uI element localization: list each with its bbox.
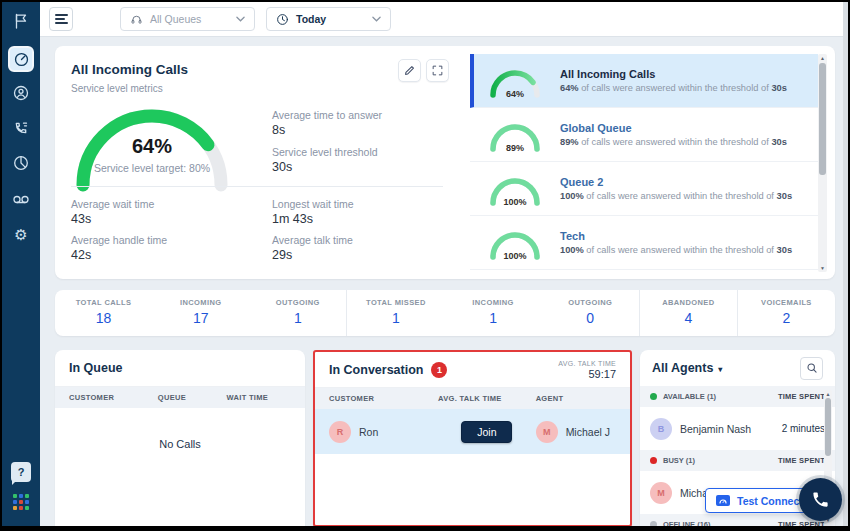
time-spent-label: TIME SPENT <box>778 392 825 401</box>
empty-state-text: No Calls <box>55 408 305 450</box>
metrics-grid: Average wait time 43s Longest wait time … <box>71 198 473 262</box>
metric-label: Longest wait time <box>272 198 473 210</box>
metric-label: Average time to answer <box>272 109 382 121</box>
queue-desc: 100% of calls were answered within the t… <box>560 191 792 201</box>
group-status: OFFLINE (16) <box>663 520 711 526</box>
sidebar-item-call-logs[interactable] <box>2 115 40 141</box>
service-level-card: All Incoming Calls Service level metrics… <box>55 46 835 279</box>
queue-gauge: 89% <box>486 117 544 153</box>
scroll-up-icon[interactable]: ▲ <box>818 55 827 61</box>
time-spent-label: TIME SPENT <box>778 456 825 465</box>
metric-value: 42s <box>71 248 272 262</box>
sidebar-item-dashboard[interactable] <box>8 46 34 72</box>
stat-cell: VOICEMAILS2 <box>737 290 835 336</box>
dashboard-icon <box>13 51 30 68</box>
card-title: All Incoming Calls <box>71 62 188 77</box>
customer-cell: R Ron <box>329 421 438 443</box>
metric-label: Service level threshold <box>272 146 382 158</box>
sidebar-item-agents[interactable] <box>2 80 40 106</box>
queue-gauge: 100% <box>486 171 544 207</box>
queue-gauge: 100% <box>486 225 544 261</box>
join-button[interactable]: Join <box>461 421 512 443</box>
stat-cell: OUTGOING1 <box>249 290 346 336</box>
stat-cell: ABANDONED4 <box>639 290 737 336</box>
agent-group-header: AVAILABLE (1) TIME SPENT <box>640 386 835 407</box>
queue-name: Queue 2 <box>560 176 792 188</box>
queue-list-item[interactable]: 100% Tech 100% of calls were answered wi… <box>470 216 818 270</box>
avg-talk-time: AVG. TALK TIME 59:17 <box>558 360 616 380</box>
agent-icon <box>12 84 30 102</box>
stat-cell: TOTAL MISSED1 <box>346 290 444 336</box>
gauge-target-label: Service level target: 80% <box>67 162 237 174</box>
window-scrollbar[interactable] <box>843 2 848 526</box>
pie-chart-icon <box>12 154 30 172</box>
action-cell: Join <box>438 421 536 443</box>
topbar: All Queues Today <box>40 2 843 37</box>
agents-filter-dropdown[interactable]: All Agents▾ <box>652 361 722 375</box>
stat-cell: INCOMING1 <box>445 290 542 336</box>
queue-gauge-pct: 89% <box>486 143 544 153</box>
stat-cell: INCOMING17 <box>152 290 249 336</box>
scroll-up-icon[interactable]: ▲ <box>824 391 832 397</box>
window: ⚙ ? All Queues Today All Incoming Calls … <box>0 0 850 531</box>
metrics-column: Average time to answer 8s Service level … <box>272 109 382 174</box>
sidebar-item-voicemail[interactable] <box>2 186 40 212</box>
conversation-count-badge: 1 <box>431 362 447 378</box>
chevron-down-icon: ▾ <box>718 365 722 374</box>
connection-test-icon <box>716 495 730 507</box>
metric-value: 43s <box>71 212 272 226</box>
agent-cell: M Michael J <box>536 421 616 443</box>
queue-gauge-pct: 100% <box>486 251 544 261</box>
scrollbar-thumb[interactable] <box>819 63 826 175</box>
help-button[interactable]: ? <box>11 462 31 482</box>
metric-label: Average wait time <box>71 198 272 210</box>
agent-avatar: M <box>536 421 558 443</box>
divider <box>71 186 443 187</box>
sidebar: ⚙ ? <box>2 2 40 526</box>
queue-desc: 64% of calls were answered within the th… <box>560 83 787 93</box>
status-dot-available <box>650 393 657 400</box>
expand-icon <box>431 64 444 77</box>
customer-name: Ron <box>359 426 378 438</box>
customer-avatar: R <box>329 421 351 443</box>
queue-gauge-pct: 64% <box>486 89 544 99</box>
expand-button[interactable] <box>426 59 449 82</box>
sidebar-item-reports[interactable] <box>2 150 40 176</box>
menu-toggle-button[interactable] <box>49 7 73 31</box>
agent-group-header: BUSY (1) TIME SPENT <box>640 450 835 471</box>
queue-list-item[interactable]: 100% Queue 2 100% of calls were answered… <box>470 162 818 216</box>
agent-row[interactable]: BBenjamin Nash 2 minutes <box>640 407 835 450</box>
queue-filter-value: All Queues <box>150 13 229 25</box>
queue-list-item[interactable]: 64% All Incoming Calls 64% of calls were… <box>470 54 818 108</box>
queue-list-item[interactable]: 89% Global Queue 89% of calls were answe… <box>470 108 818 162</box>
metric-value: 8s <box>272 123 382 137</box>
sidebar-item-settings[interactable]: ⚙ <box>2 221 40 247</box>
agent-time-spent: 2 minutes <box>782 423 825 434</box>
date-filter-dropdown[interactable]: Today <box>266 7 391 31</box>
scroll-down-icon[interactable]: ▼ <box>818 265 827 271</box>
scrollbar-thumb[interactable] <box>825 398 831 456</box>
table-header: CUSTOMER AVG. TALK TIME AGENT <box>315 388 630 409</box>
apps-launcher-icon[interactable] <box>13 494 29 510</box>
chevron-down-icon <box>372 16 381 22</box>
queue-gauge-pct: 100% <box>486 197 544 207</box>
search-icon <box>806 362 818 374</box>
stat-cell: OUTGOING0 <box>542 290 639 336</box>
edit-button[interactable] <box>398 59 421 82</box>
agent-search-button[interactable] <box>800 357 823 380</box>
stat-cell: TOTAL CALLS18 <box>55 290 152 336</box>
phone-fab-button[interactable] <box>799 478 842 521</box>
pencil-icon <box>403 64 416 77</box>
queue-desc: 100% of calls were answered within the t… <box>560 245 792 255</box>
flag-logo-icon[interactable] <box>2 8 40 34</box>
agent-name: Benjamin Nash <box>680 423 751 435</box>
queue-filter-dropdown[interactable]: All Queues <box>120 7 255 31</box>
queue-name: All Incoming Calls <box>560 68 787 80</box>
queue-list: 64% All Incoming Calls 64% of calls were… <box>470 54 818 272</box>
queue-list-scrollbar[interactable]: ▲ ▼ <box>818 54 827 272</box>
group-status: AVAILABLE (1) <box>663 392 716 401</box>
queue-name: Global Queue <box>560 122 787 134</box>
card-subtitle: Service level metrics <box>71 83 163 94</box>
status-dot-busy <box>650 457 657 464</box>
queue-desc: 89% of calls were answered within the th… <box>560 137 787 147</box>
